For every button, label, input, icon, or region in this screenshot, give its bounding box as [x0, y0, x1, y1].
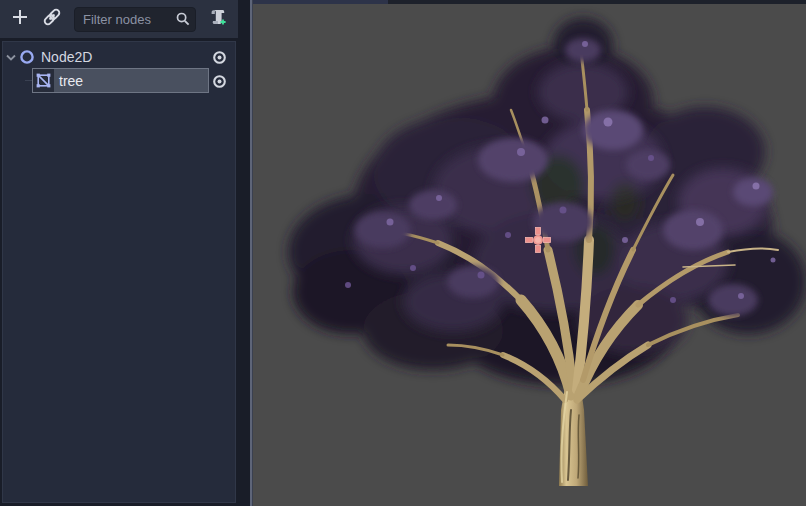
node-label: tree — [59, 73, 83, 89]
tree-row-node2d[interactable]: Node2D — [3, 45, 235, 69]
node-label: Node2D — [41, 49, 235, 65]
visibility-eye-icon[interactable] — [210, 73, 228, 89]
instance-scene-button[interactable] — [38, 5, 66, 33]
selected-node-box[interactable]: tree — [32, 68, 209, 93]
scene-toolbar — [0, 0, 238, 38]
godot-editor-window: Node2D — [0, 0, 806, 506]
filter-nodes-field — [74, 7, 196, 32]
attach-script-button[interactable] — [204, 5, 232, 33]
tree-relationship-line — [25, 80, 32, 81]
tree-row-tree[interactable]: tree — [3, 69, 235, 93]
chain-link-icon — [42, 7, 62, 31]
plus-icon — [11, 8, 29, 30]
script-add-icon — [208, 7, 228, 31]
sprite2d-icon — [33, 69, 54, 92]
filter-nodes-input[interactable] — [74, 7, 196, 32]
node2d-circle-icon — [19, 49, 35, 65]
scene-tree-panel: Node2D — [2, 41, 236, 503]
visibility-eye-icon[interactable] — [210, 49, 228, 65]
scene-dock: Node2D — [0, 0, 250, 506]
viewport-2d[interactable] — [253, 0, 806, 506]
add-node-button[interactable] — [6, 5, 34, 33]
tree-sprite-image — [253, 0, 806, 506]
chevron-down-icon[interactable] — [3, 54, 19, 61]
